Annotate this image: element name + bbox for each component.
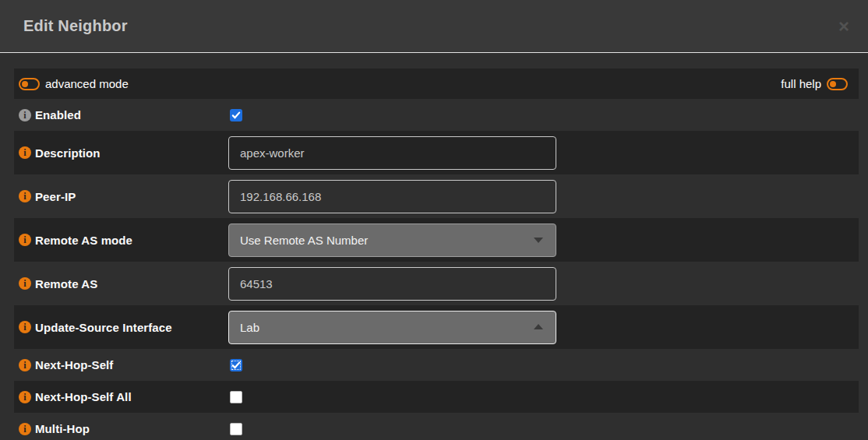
caret-up-icon [534,324,543,329]
form-row-enabled: iEnabled [14,99,859,131]
control-col-remote-as-mode: Use Remote AS Number [228,224,859,257]
info-icon[interactable]: i [19,190,31,202]
check-icon [231,361,241,370]
next-hop-self-checkbox[interactable] [230,359,242,371]
form-row-remote-as-mode: iRemote AS modeUse Remote AS Number [14,218,859,262]
form-row-description: iDescription [14,131,859,174]
form-row-next-hop-self-all: iNext-Hop-Self All [14,381,859,413]
description-input[interactable] [228,136,556,170]
control-col-next-hop-self [228,359,859,371]
selected-value: Lab [240,321,259,334]
field-label-remote-as: Remote AS [35,277,97,290]
label-col-peer-ip: iPeer-IP [19,190,228,203]
field-label-remote-as-mode: Remote AS mode [35,234,132,247]
update-source-interface-select[interactable]: Lab [228,311,556,344]
help-toolbar-row: advanced mode full help [14,69,859,99]
info-icon[interactable]: i [19,321,31,333]
remote-as-mode-select[interactable]: Use Remote AS Number [228,224,556,257]
info-icon[interactable]: i [19,234,31,246]
control-col-next-hop-self-all [228,391,859,403]
info-icon[interactable]: i [19,109,31,121]
field-label-next-hop-self-all: Next-Hop-Self All [35,390,132,403]
modal-title: Edit Neighbor [23,17,128,35]
close-icon[interactable]: × [838,17,849,36]
control-col-enabled [228,109,859,121]
form-row-multi-hop: iMulti-Hop [14,413,859,440]
info-icon[interactable]: i [19,277,31,290]
info-icon[interactable]: i [19,391,31,403]
advanced-mode-toggle[interactable]: advanced mode [19,77,129,90]
field-label-enabled: Enabled [35,108,81,121]
info-icon[interactable]: i [19,359,31,371]
info-icon[interactable]: i [19,423,31,435]
label-col-multi-hop: iMulti-Hop [19,422,228,435]
multi-hop-checkbox[interactable] [230,423,242,435]
label-col-update-source-interface: iUpdate-Source Interface [19,321,228,334]
form-row-update-source-interface: iUpdate-Source InterfaceLab [14,305,859,349]
info-icon[interactable]: i [19,146,31,159]
enabled-checkbox[interactable] [230,109,242,121]
control-col-multi-hop [228,423,859,435]
advanced-mode-label: advanced mode [45,77,129,90]
remote-as-input[interactable] [228,267,556,301]
toggle-icon [827,78,848,90]
caret-down-icon [534,238,543,243]
form-table: advanced mode full help iEnablediDescrip… [14,69,859,440]
next-hop-self-all-checkbox[interactable] [230,391,242,403]
form-row-remote-as: iRemote AS [14,262,859,305]
control-col-description [228,136,859,170]
selected-value: Use Remote AS Number [240,234,368,247]
form-row-next-hop-self: iNext-Hop-Self [14,349,859,381]
toggle-icon [19,78,40,90]
label-col-remote-as: iRemote AS [19,277,228,290]
control-col-remote-as [228,267,859,301]
label-col-next-hop-self: iNext-Hop-Self [19,358,228,371]
modal-body: advanced mode full help iEnablediDescrip… [0,53,868,440]
peer-ip-input[interactable] [228,180,556,213]
label-col-remote-as-mode: iRemote AS mode [19,234,228,247]
field-label-peer-ip: Peer-IP [35,190,76,203]
full-help-toggle[interactable]: full help [781,77,848,90]
form-row-peer-ip: iPeer-IP [14,174,859,218]
check-icon [231,111,241,120]
full-help-label: full help [781,77,821,90]
modal-header: Edit Neighbor × [0,0,868,53]
field-label-next-hop-self: Next-Hop-Self [35,358,113,371]
label-col-description: iDescription [19,146,228,160]
field-label-description: Description [35,146,101,160]
label-col-enabled: iEnabled [19,108,228,121]
label-col-next-hop-self-all: iNext-Hop-Self All [19,390,228,403]
field-label-multi-hop: Multi-Hop [35,422,90,435]
edit-neighbor-modal: { "modal": { "title": "Edit Neighbor", "… [0,0,868,440]
control-col-update-source-interface: Lab [228,311,859,344]
field-label-update-source-interface: Update-Source Interface [35,321,172,334]
control-col-peer-ip [228,180,859,213]
